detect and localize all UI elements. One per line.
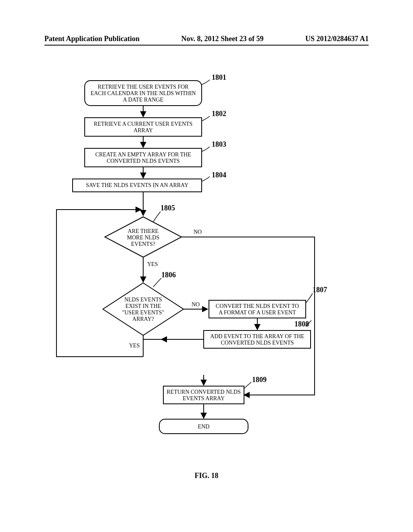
node-1802 [85, 118, 202, 136]
leader-1804 [202, 177, 210, 181]
leader-1801 [202, 80, 210, 85]
leader-1807 [306, 293, 313, 303]
node-1807-text2: A FORMAT OF A USER EVENT [219, 310, 296, 316]
node-1801-text2: EACH CALENDAR IN THE NLDS WITHIN [90, 90, 196, 96]
node-1806-text2: EXIST IN THE [125, 303, 161, 309]
header-left: Patent Application Publication [44, 35, 140, 43]
edge-1805-1809 [181, 237, 315, 395]
header-center: Nov. 8, 2012 Sheet 23 of 59 [181, 35, 264, 43]
label-1807: 1807 [313, 286, 327, 294]
edge-1806-no-label: NO [192, 301, 200, 308]
edge-1805-no-label: NO [194, 229, 202, 235]
node-1803 [85, 148, 202, 167]
leader-1805 [153, 212, 161, 222]
figure-caption: FIG. 18 [0, 472, 413, 480]
node-1806 [103, 283, 184, 335]
node-1803-text2: CONVERTED NLDS EVENTS [106, 158, 179, 164]
flowchart: RETRIEVE THE USER EVENTS FOR EACH CALEND… [0, 60, 413, 504]
label-1809: 1809 [252, 376, 267, 384]
node-1806-text4: ARRAY? [132, 316, 154, 322]
label-1805: 1805 [161, 204, 175, 212]
header-right: US 2012/0284637 A1 [305, 35, 369, 43]
node-1806-text: NLDS EVENTS [124, 297, 162, 303]
node-1808-text2: CONVERTED NLDS EVENTS [221, 340, 294, 346]
label-1806: 1806 [161, 271, 176, 279]
edge-1806-yes-label: YES [129, 343, 140, 349]
node-1804-text: SAVE THE NLDS EVENTS IN AN ARRAY [86, 182, 188, 188]
node-1803-text: CREATE AN EMPTY ARRAY FOR THE [95, 152, 191, 158]
leader-1802 [202, 116, 210, 121]
label-1802: 1802 [212, 110, 226, 118]
node-1802-text2: ARRAY [133, 127, 153, 133]
label-1801: 1801 [212, 73, 226, 81]
node-1805-text2: MORE NLDS [127, 235, 160, 241]
node-1806-text3: "USER EVENTS" [122, 310, 164, 316]
leader-1803 [202, 147, 210, 152]
node-1808-text: ADD EVENT TO THE ARRAY OF THE [210, 333, 304, 339]
edge-1805-yes-label: YES [147, 261, 158, 267]
label-1808: 1808 [294, 320, 309, 328]
node-1805-text3: EVENTS? [131, 241, 155, 247]
node-1809-text2: EVENTS ARRAY [183, 395, 225, 401]
leader-1806 [153, 278, 161, 287]
page: Patent Application Publication Nov. 8, 2… [0, 0, 413, 532]
node-1809-text: RETURN CONVERTED NLDS [167, 389, 241, 395]
label-1803: 1803 [212, 140, 226, 148]
page-header: Patent Application Publication Nov. 8, 2… [44, 35, 369, 46]
node-1802-text: RETRIEVE A CURRENT USER EVENTS [94, 121, 193, 127]
node-1801-text: RETRIEVE THE USER EVENTS FOR [98, 84, 189, 90]
node-1801-text3: A DATE RANGE [123, 97, 163, 103]
node-1807-text: CONVERT THE NLDS EVENT TO [216, 303, 299, 309]
node-end-text: END [198, 424, 210, 430]
label-1804: 1804 [212, 171, 226, 179]
leader-1809 [244, 382, 251, 389]
node-1805-text: ARE THERE [128, 228, 159, 234]
